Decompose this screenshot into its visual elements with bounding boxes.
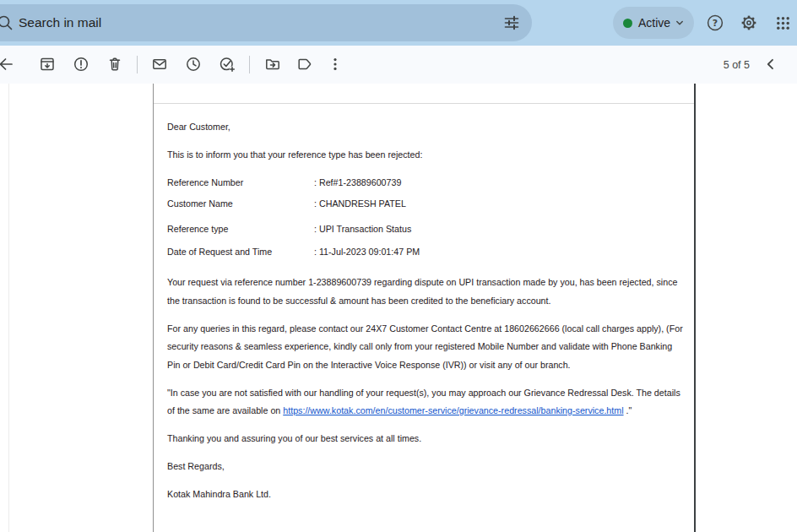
add-to-tasks-icon[interactable] — [219, 56, 236, 73]
field-label: Reference Number — [167, 174, 314, 193]
grievance-paragraph: "In case you are not satisfied with our … — [167, 384, 684, 421]
search-options-tune-icon[interactable] — [503, 14, 520, 31]
more-options-icon[interactable] — [327, 56, 344, 73]
field-value: : UPI Transaction Status — [314, 220, 411, 239]
table-row: Customer Name : CHANDRESH PATEL — [167, 195, 684, 214]
email-intro: This is to inform you that your referenc… — [167, 146, 684, 165]
active-status-dot-icon — [623, 19, 632, 28]
closing-line: Best Regards, — [167, 458, 684, 476]
help-icon[interactable]: ? — [706, 14, 724, 32]
reference-details-table: Reference Number : Ref#1-23889600739 Cus… — [167, 174, 684, 261]
field-value: : 11-Jul-2023 09:01:47 PM — [314, 243, 420, 262]
archive-icon[interactable] — [39, 56, 56, 73]
pane-left-divider — [8, 84, 9, 532]
field-label: Reference type — [167, 220, 314, 239]
snooze-icon[interactable] — [185, 56, 202, 73]
email-header-divider — [154, 84, 694, 104]
email-greeting: Dear Customer, — [167, 118, 684, 137]
signature-line: Kotak Mahindra Bank Ltd. — [167, 486, 684, 504]
table-row: Reference Number : Ref#1-23889600739 — [167, 174, 684, 193]
newer-email-chevron-icon[interactable] — [763, 57, 778, 72]
field-value: : CHANDRESH PATEL — [314, 195, 406, 214]
chevron-down-icon — [675, 18, 685, 28]
email-message-body: Dear Customer, This is to inform you tha… — [153, 84, 696, 532]
search-input[interactable] — [19, 4, 441, 41]
thanks-paragraph: Thanking you and assuring you of our bes… — [167, 430, 684, 448]
toolbar-divider — [137, 56, 138, 73]
grievance-redressal-link[interactable]: https://www.kotak.com/en/customer-servic… — [283, 405, 623, 415]
email-toolbar: 5 of 5 — [0, 46, 797, 84]
gmail-header: Active ? — [0, 0, 797, 46]
back-arrow-icon[interactable] — [0, 56, 14, 73]
report-spam-icon[interactable] — [73, 56, 89, 73]
delete-icon[interactable] — [106, 56, 123, 73]
contact-paragraph: For any queries in this regard, please c… — [167, 320, 684, 375]
settings-icon[interactable] — [740, 14, 758, 32]
table-row: Reference type : UPI Transaction Status — [167, 220, 684, 239]
field-value: : Ref#1-23889600739 — [314, 174, 401, 193]
grievance-text-after: ." — [624, 405, 632, 415]
mark-unread-icon[interactable] — [151, 56, 168, 73]
email-text: Dear Customer, This is to inform you tha… — [154, 104, 694, 504]
gmail-window: Active ? — [0, 0, 797, 532]
pagination-counter: 5 of 5 — [724, 46, 750, 84]
chat-status-chip[interactable]: Active — [613, 7, 694, 39]
google-apps-grid-icon[interactable] — [775, 15, 791, 31]
toolbar-divider — [249, 56, 250, 73]
status-label: Active — [638, 16, 670, 30]
search-icon[interactable] — [0, 14, 14, 31]
search-bar[interactable] — [0, 4, 532, 41]
move-to-icon[interactable] — [264, 56, 281, 73]
table-row: Date of Request and Time : 11-Jul-2023 0… — [167, 243, 684, 262]
field-label: Date of Request and Time — [167, 243, 314, 262]
labels-icon[interactable] — [296, 56, 313, 73]
field-label: Customer Name — [167, 195, 314, 214]
svg-text:?: ? — [713, 18, 718, 29]
reading-pane: Dear Customer, This is to inform you tha… — [0, 84, 797, 532]
rejection-paragraph: Your request via reference number 1-2388… — [167, 274, 684, 310]
